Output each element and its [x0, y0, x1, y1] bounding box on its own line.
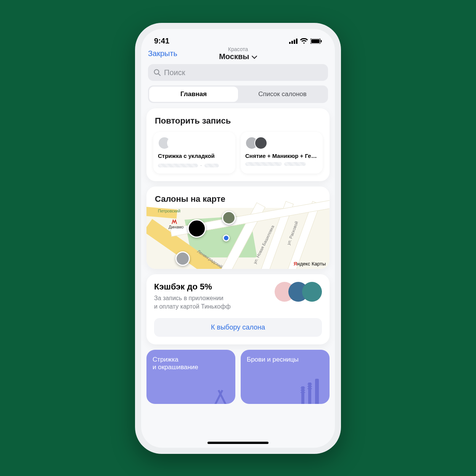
cellular-icon: [289, 39, 298, 44]
search-icon: [153, 69, 161, 76]
repeat-item-name: Стрижка с укладкой: [158, 153, 231, 159]
cashback-subtitle: За запись в приложениии оплату картой Ти…: [154, 294, 231, 310]
map-user-location: [223, 235, 230, 241]
map-pin[interactable]: [222, 211, 236, 225]
svg-rect-11: [315, 379, 319, 404]
repeat-item-name: Снятие + Маникюр + Гель: [245, 153, 318, 159]
status-bar: 9:41: [141, 29, 335, 48]
category-brows[interactable]: Брови и ресницы: [241, 350, 330, 404]
repeat-title: Повторить запись: [155, 116, 321, 126]
tab-salon-list[interactable]: Список салонов: [238, 87, 327, 102]
cashback-card: Кэшбэк до 5% За запись в приложениии опл…: [146, 274, 330, 344]
cashback-illustration: [275, 282, 322, 302]
svg-rect-9: [301, 386, 304, 404]
mascara-icon: [298, 379, 325, 404]
cashback-title: Кэшбэк до 5%: [154, 282, 231, 292]
repeat-item[interactable]: Снятие + Маникюр + Гель: [241, 132, 323, 174]
map-attribution: Яндекс Карты: [294, 261, 326, 267]
home-indicator[interactable]: [207, 442, 269, 444]
map-label: ул. Расковой: [286, 220, 299, 246]
wifi-icon: [300, 38, 308, 44]
metro-icon: [172, 219, 177, 225]
choose-salon-button[interactable]: К выбору салона: [154, 318, 322, 337]
search-input[interactable]: Поиск: [148, 64, 328, 81]
svg-rect-10: [308, 383, 311, 404]
map-pin[interactable]: [188, 219, 206, 238]
repeat-booking-card: Повторить запись Стрижка с укладкой ·: [146, 108, 330, 181]
map-label: Динамо: [169, 225, 183, 229]
map-pin[interactable]: [175, 251, 190, 266]
nav-city: Москвы: [219, 52, 249, 61]
chevron-down-icon: [252, 55, 257, 59]
repeat-item[interactable]: Стрижка с укладкой ·: [153, 132, 235, 174]
segmented-control: Главная Список салонов: [148, 85, 328, 103]
svg-rect-0: [289, 42, 291, 44]
city-selector[interactable]: Москвы: [141, 52, 335, 61]
category-haircut[interactable]: Стрижкаи окрашивание: [146, 350, 235, 404]
svg-rect-6: [321, 40, 322, 42]
map-card: Салоны на карте Петровский Динамо ул. Но…: [146, 187, 330, 269]
status-icons: [289, 38, 322, 44]
svg-line-8: [159, 74, 161, 76]
svg-point-7: [154, 70, 159, 74]
scissors-icon: [211, 383, 230, 404]
svg-rect-3: [296, 39, 298, 44]
svg-rect-2: [294, 40, 295, 44]
tab-main[interactable]: Главная: [149, 87, 238, 102]
battery-icon: [310, 39, 322, 44]
map-label: Петровский: [158, 209, 180, 213]
map-view[interactable]: Петровский Динамо ул. Новая Башиловка ул…: [146, 208, 330, 269]
nav-bar: Закрыть Красота Москвы: [141, 48, 335, 62]
status-time: 9:41: [154, 37, 169, 45]
nav-supertitle: Красота: [141, 46, 335, 52]
category-row: Стрижкаи окрашивание Брови и ресницы: [146, 350, 330, 404]
svg-rect-5: [311, 39, 320, 43]
search-placeholder: Поиск: [164, 68, 185, 77]
svg-rect-1: [291, 41, 293, 44]
